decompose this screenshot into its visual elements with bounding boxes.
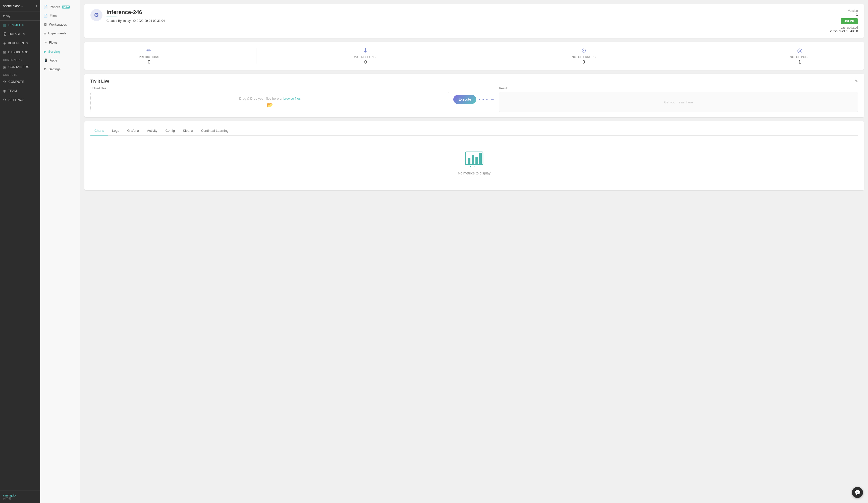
sidebar-item-settings[interactable]: ⚙ SETTINGS [0,95,40,104]
tab-activity[interactable]: Activity [143,126,161,136]
last-updated-label: Last updated [830,26,858,29]
containers-section-label: CONTAINERS [0,57,40,63]
sidebar-item-projects[interactable]: ▦ PROJECTS [0,21,40,30]
last-updated-value: 2022-09-21 11:43:58 [830,29,858,33]
footer-brand: cnvrg.io [3,493,37,497]
blueprints-icon: ◈ [3,41,6,45]
main-content: ⚙ inference-246 Created By tanay. @ 2022… [80,0,868,503]
flows-label: Flows [49,41,58,44]
sidebar-item-blueprints[interactable]: ◈ BLUEPRINTS [0,39,40,48]
errors-label: NO. OF ERRORS [572,55,596,59]
service-version-block: Version 1 ONLINE Last updated 2022-09-21… [830,9,858,33]
avg-response-value: 0 [353,60,378,65]
sidebar-item-containers[interactable]: ▣ CONTAINERS [0,63,40,72]
charts-card: Charts Logs Grafana Activity Config Kiba… [84,121,864,190]
stat-divider-2 [475,49,475,63]
avg-response-icon: ⬇ [353,47,378,54]
experiments-icon: △ [44,31,46,35]
sidebar-footer: cnvrg.io v4.7.43 [0,490,40,503]
created-by-user: tanay. [123,19,131,23]
serving-icon: ▶ [44,50,46,53]
result-placeholder: Get your result here [664,101,693,104]
stat-avg-response: ⬇ AVG. RESPONSE 0 [353,47,378,65]
sidebar-user: tanay. [0,12,40,21]
version-label: Version [830,9,858,12]
compute-section-label: COMPUTE [0,72,40,77]
team-icon: ◉ [3,89,6,93]
containers-icon: ▣ [3,65,7,69]
chat-button[interactable]: 💬 [852,487,863,498]
tabs-bar: Charts Logs Grafana Activity Config Kiba… [90,126,858,136]
nav-item-settings[interactable]: ⚙ Settings [40,65,80,74]
nav-item-papers[interactable]: 📄 Papers NEW [40,2,80,11]
settings-icon: ⚙ [3,98,7,102]
pods-label: NO. OF PODS [790,55,809,59]
nav-item-serving[interactable]: ▶ Serving [40,47,80,56]
pods-icon: ◎ [790,47,809,54]
browse-files-link[interactable]: browse files [283,97,301,101]
service-icon: ⚙ [90,9,103,21]
upload-label: Upload files [90,87,449,90]
predictions-label: PREDICTIONS [139,55,159,59]
stat-divider-3 [693,49,693,63]
execute-button[interactable]: Execute [453,95,476,104]
tab-config[interactable]: Config [162,126,179,136]
stat-pods: ◎ NO. OF PODS 1 [790,47,809,65]
upload-section: Upload files Drag & Drop your files here… [90,87,449,112]
stat-predictions: ✏ PREDICTIONS 0 [139,47,159,65]
footer-version: v4.7.43 [3,497,37,500]
try-live-body: Upload files Drag & Drop your files here… [90,87,858,112]
flows-icon: 〜 [44,40,47,45]
tab-kibana[interactable]: Kibana [179,126,197,136]
no-metrics-chart-icon [464,150,484,168]
papers-label: Papers [50,5,60,9]
no-metrics-section: No metrics to display [90,140,858,185]
expand-icon[interactable]: ✎ [855,79,858,84]
no-metrics-text: No metrics to display [458,171,490,175]
svg-rect-3 [468,158,471,165]
close-sidebar-button[interactable]: ‹ [36,3,37,8]
upload-dropzone[interactable]: Drag & Drop your files here or browse fi… [90,92,449,112]
service-meta: Created By tanay. @ 2022-09-21 02:31:04 [106,19,826,23]
result-area: Get your result here [499,92,858,112]
files-icon: 📄 [44,14,48,18]
drag-drop-text: Drag & Drop your files here or browse fi… [239,97,301,101]
service-header-card: ⚙ inference-246 Created By tanay. @ 2022… [84,4,864,38]
tab-logs[interactable]: Logs [108,126,123,136]
created-at: @ 2022-09-21 02:31:04 [133,19,165,23]
execute-section: Execute - - - → [453,87,495,112]
pods-value: 1 [790,60,809,65]
svg-rect-4 [472,155,474,165]
tab-grafana[interactable]: Grafana [123,126,143,136]
result-label: Result [499,87,858,90]
svg-rect-5 [475,157,478,165]
try-live-card: Try It Live ✎ Upload files Drag & Drop y… [84,74,864,117]
service-info: inference-246 Created By tanay. @ 2022-0… [106,9,826,23]
experiments-label: Experiments [48,31,66,35]
tab-charts[interactable]: Charts [90,126,108,136]
sidebar-item-compute[interactable]: ⚙ COMPUTE [0,77,40,86]
nav-item-files[interactable]: 📄 Files [40,11,80,20]
tab-continual-learning[interactable]: Continual Learning [197,126,232,136]
new-badge: NEW [62,6,70,9]
workspaces-label: Workspaces [49,23,67,27]
predictions-icon: ✏ [139,47,159,54]
version-value: 1 [830,12,858,16]
errors-value: 0 [572,60,596,65]
settings-nav-icon: ⚙ [44,67,47,71]
nav-item-apps[interactable]: 📱 Apps [40,56,80,65]
sidebar-item-datasets[interactable]: 🗄 DATASETS [0,30,40,39]
datasets-icon: 🗄 [3,32,7,36]
errors-icon: ⊙ [572,47,596,54]
created-by-label: Created By [106,19,122,23]
nav-item-experiments[interactable]: △ Experiments [40,29,80,38]
nav-item-flows[interactable]: 〜 Flows [40,38,80,47]
right-panel-nav: 📄 Papers NEW 📄 Files 🖥 Workspaces △ Expe… [40,0,80,503]
sidebar-item-team[interactable]: ◉ TEAM [0,86,40,95]
try-live-header: Try It Live ✎ [90,79,858,84]
stats-card: ✏ PREDICTIONS 0 ⬇ AVG. RESPONSE 0 ⊙ NO. … [84,42,864,70]
sidebar-item-dashboard[interactable]: ⊞ DASHBOARD [0,48,40,57]
result-section: Result Get your result here [499,87,858,112]
nav-item-workspaces[interactable]: 🖥 Workspaces [40,20,80,29]
serving-label: Serving [48,50,60,53]
